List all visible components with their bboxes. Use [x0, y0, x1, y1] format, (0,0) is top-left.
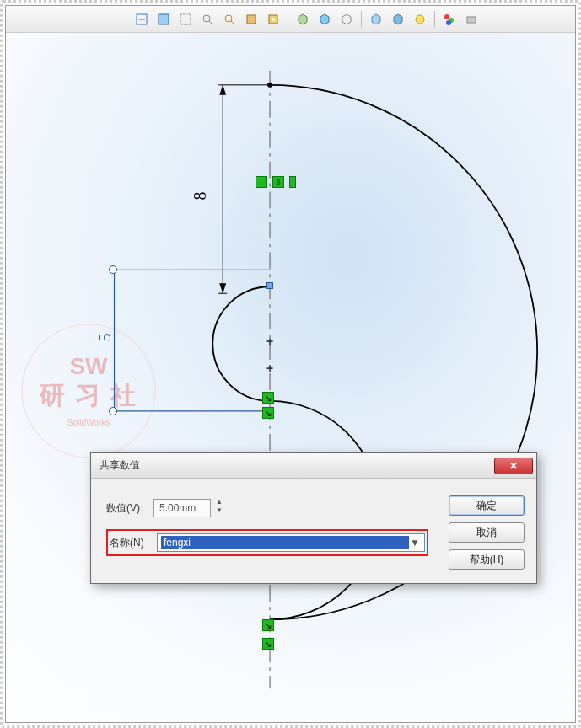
sketch-canvas[interactable]: SW 研 习 社 SolidWorks 8 — [6, 33, 575, 722]
svg-point-11 — [446, 20, 451, 25]
tb-view-front[interactable] — [154, 10, 173, 29]
value-label: 数值(V): — [106, 501, 145, 516]
svg-rect-12 — [467, 17, 476, 23]
svg-rect-5 — [247, 15, 256, 24]
name-input[interactable] — [161, 536, 409, 549]
tb-hidden-visible[interactable] — [389, 10, 407, 29]
tb-pan[interactable] — [242, 10, 261, 29]
tb-wireframe[interactable] — [337, 10, 356, 29]
dimension-value-secondary[interactable]: 5 — [95, 334, 115, 342]
value-input[interactable] — [153, 499, 211, 517]
ok-button[interactable]: 确定 — [449, 495, 525, 516]
svg-point-4 — [225, 15, 232, 22]
endpoint-ext-top[interactable] — [109, 265, 117, 274]
center-point-1: + — [266, 335, 273, 348]
svg-marker-22 — [219, 283, 226, 293]
constraint-coincident-3[interactable]: ↘ — [262, 619, 274, 631]
toolbar-separator — [434, 11, 435, 28]
tb-rotate[interactable] — [264, 10, 282, 29]
tb-view-refresh[interactable] — [132, 10, 151, 29]
tb-shaded[interactable] — [293, 10, 312, 29]
tb-zoom-window[interactable] — [220, 10, 239, 29]
shared-value-dialog: 共享数值 ✕ 数值(V): ▲ ▼ — [90, 452, 537, 584]
dialog-titlebar[interactable]: 共享数值 ✕ — [91, 453, 536, 479]
constraint-marker-3[interactable] — [289, 176, 296, 188]
badge-small: 6 — [276, 178, 280, 186]
svg-point-9 — [444, 14, 449, 19]
tb-perspective[interactable] — [411, 10, 429, 29]
cancel-button[interactable]: 取消 — [449, 522, 525, 543]
sketch-graphics — [6, 33, 575, 722]
endpoint-top-inner[interactable] — [266, 282, 273, 289]
toolbar-separator — [361, 11, 362, 28]
svg-point-3 — [203, 15, 210, 22]
endpoint-ext-bottom[interactable] — [109, 407, 117, 415]
tb-hidden-removed[interactable] — [367, 10, 385, 29]
value-row: 数值(V): ▲ ▼ — [106, 499, 428, 517]
tb-shadow[interactable] — [440, 10, 459, 29]
dialog-buttons: 确定 取消 帮助(H) — [449, 495, 525, 570]
dimension-value-main[interactable]: 8 — [191, 192, 210, 201]
main-toolbar — [6, 6, 575, 33]
tb-view-section[interactable] — [176, 10, 195, 29]
svg-rect-1 — [159, 14, 169, 24]
svg-point-8 — [416, 15, 424, 24]
svg-rect-2 — [180, 14, 191, 24]
tb-shaded-edges[interactable] — [315, 10, 334, 29]
spin-down-icon[interactable]: ▼ — [214, 507, 224, 516]
toolbar-separator — [288, 11, 288, 28]
constraint-marker-1[interactable] — [256, 176, 267, 188]
combo-dropdown-icon[interactable]: ▼ — [409, 537, 421, 549]
svg-marker-21 — [219, 85, 226, 95]
name-combobox[interactable]: ▼ — [157, 533, 425, 552]
value-spinner: ▲ ▼ — [153, 499, 224, 517]
center-point-2: + — [266, 361, 273, 375]
dialog-title: 共享数值 — [100, 458, 494, 473]
tb-zoom-fit[interactable] — [198, 10, 217, 29]
help-button[interactable]: 帮助(H) — [449, 549, 525, 570]
close-icon: ✕ — [509, 460, 518, 472]
name-row-highlighted: 名称(N) ▼ — [106, 529, 428, 556]
app-frame: SW 研 习 社 SolidWorks 8 — [5, 5, 576, 723]
dialog-close-button[interactable]: ✕ — [494, 458, 533, 474]
dialog-body: 数值(V): ▲ ▼ 名称(N) ▼ — [91, 479, 536, 583]
name-label: 名称(N) — [110, 536, 148, 550]
constraint-coincident-4[interactable]: ↘ — [262, 638, 274, 650]
dialog-fields: 数值(V): ▲ ▼ 名称(N) ▼ — [103, 495, 432, 570]
constraint-marker-2[interactable]: 6 — [272, 176, 284, 188]
constraint-coincident-1[interactable]: ↘ — [262, 392, 274, 404]
constraint-coincident-2[interactable]: ↘ — [262, 407, 274, 419]
svg-point-7 — [272, 18, 275, 21]
tb-apply-color[interactable] — [462, 10, 481, 29]
